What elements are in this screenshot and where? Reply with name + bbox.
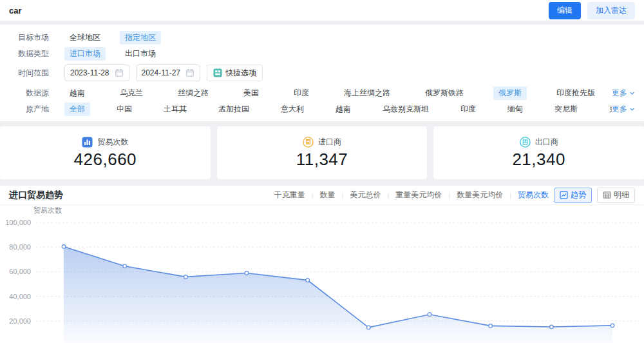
filter-option[interactable]: 美国 — [238, 86, 264, 100]
filter-row-origin: 原产地 全部中国土耳其孟加拉国意大利越南乌兹别克斯坦印度缅甸突尼斯柬埔寨德国保加… — [9, 101, 635, 117]
filter-option[interactable]: 全部 — [64, 103, 90, 116]
chart-header: 进口贸易趋势 千克重量|数量|美元总价|重量美元均价|数量美元均价|贸易次数趋势… — [0, 186, 644, 205]
exporter-icon — [520, 137, 531, 148]
metric-toggle-重量美元均价[interactable]: 重量美元均价 — [395, 190, 442, 201]
detail-view-label: 明细 — [614, 190, 629, 201]
data-source-options: 越南乌克兰丝绸之路美国印度海上丝绸之路俄罗斯铁路俄罗斯印度抢先版墨西哥哈萨克斯坦… — [64, 86, 612, 100]
start-date-input[interactable]: 2023-11-28 — [64, 64, 129, 81]
metric-toggle-千克重量[interactable]: 千克重量 — [274, 190, 305, 201]
filter-option[interactable]: 柬埔寨 — [604, 103, 612, 116]
market-options: 全球地区指定地区 — [64, 31, 635, 44]
metric-toggle-数量美元均价[interactable]: 数量美元均价 — [457, 190, 503, 201]
divider: | — [448, 191, 450, 199]
metric-toggle-贸易次数[interactable]: 贸易次数 — [518, 190, 549, 201]
divider: | — [342, 191, 344, 199]
stat-label: 贸易次数 — [97, 137, 128, 148]
stat-header: 贸易次数 — [82, 137, 128, 148]
filter-row-time-range: 时间范围 2023-11-28 2024-11-27 快捷选项 — [9, 64, 635, 81]
stat-card-出口商: 出口商 21,340 — [433, 126, 644, 179]
filter-row-label: 原产地 — [9, 104, 49, 115]
stat-header: 出口商 — [520, 137, 558, 148]
filter-option[interactable]: 缅甸 — [502, 103, 528, 116]
filter-option[interactable]: 出口市场 — [120, 47, 161, 61]
filter-row-market: 目标市场 全球地区指定地区 — [9, 30, 635, 46]
data-source-more-link[interactable]: 更多 — [612, 88, 635, 99]
trend-view-button[interactable]: 趋势 — [554, 188, 592, 203]
stats-row: 贸易次数 426,660 进口商 11,347 出口商 21,340 — [0, 126, 644, 179]
filter-panel: 目标市场 全球地区指定地区 数据类型 进口市场出口市场 时间范围 2023-11… — [0, 24, 644, 121]
origin-more-link[interactable]: 更多 — [612, 104, 635, 115]
chevron-down-icon — [629, 106, 635, 112]
quick-options-button[interactable]: 快捷选项 — [207, 64, 263, 81]
start-date-value: 2023-11-28 — [70, 68, 109, 77]
filter-row-label: 数据源 — [9, 88, 49, 99]
stat-header: 进口商 — [303, 137, 341, 148]
trend-chart: 贸易次数020,00040,00060,00080,000100,0002023… — [0, 205, 644, 343]
filter-option[interactable]: 土耳其 — [158, 103, 192, 116]
trade-count-icon — [82, 137, 93, 148]
origin-options: 全部中国土耳其孟加拉国意大利越南乌兹别克斯坦印度缅甸突尼斯柬埔寨德国保加利亚葡萄… — [64, 103, 612, 116]
page-title: car — [9, 6, 22, 15]
filter-option[interactable]: 指定地区 — [120, 31, 161, 44]
more-label: 更多 — [612, 104, 627, 115]
filter-option[interactable]: 海上丝绸之路 — [339, 86, 395, 100]
stat-value: 426,660 — [74, 150, 137, 170]
svg-text:20,000: 20,000 — [9, 317, 31, 325]
end-date-input[interactable]: 2024-11-27 — [136, 64, 201, 81]
stat-card-进口商: 进口商 11,347 — [217, 126, 428, 179]
filter-option[interactable]: 乌克兰 — [115, 86, 148, 100]
filter-row-label: 数据类型 — [9, 48, 49, 59]
stat-value: 11,347 — [296, 150, 348, 170]
filter-option[interactable]: 丝绸之路 — [173, 86, 214, 100]
filter-option[interactable]: 中国 — [111, 103, 137, 116]
calendar-icon — [185, 68, 194, 77]
filter-option[interactable]: 全球地区 — [64, 31, 106, 44]
stat-label: 出口商 — [535, 137, 558, 148]
filter-option[interactable]: 印度抢先版 — [551, 86, 600, 100]
filter-option[interactable]: 越南 — [330, 103, 356, 116]
filter-option[interactable]: 孟加拉国 — [213, 103, 254, 116]
chart-panel: 进口贸易趋势 千克重量|数量|美元总价|重量美元均价|数量美元均价|贸易次数趋势… — [0, 186, 644, 343]
table-icon — [603, 191, 611, 199]
stat-label: 进口商 — [318, 137, 341, 148]
filter-option[interactable]: 进口市场 — [64, 47, 106, 61]
divider: | — [509, 191, 511, 199]
app-header: car 编辑 加入雷达 — [0, 0, 644, 21]
filter-option[interactable]: 越南 — [64, 86, 90, 100]
stat-card-贸易次数: 贸易次数 426,660 — [0, 126, 211, 179]
filter-option[interactable]: 印度 — [289, 86, 314, 100]
add-radar-button[interactable]: 加入雷达 — [587, 2, 635, 19]
filter-option[interactable]: 俄罗斯 — [493, 86, 527, 100]
svg-text:40,000: 40,000 — [9, 293, 31, 300]
filter-row-data-source: 数据源 越南乌克兰丝绸之路美国印度海上丝绸之路俄罗斯铁路俄罗斯印度抢先版墨西哥哈… — [9, 85, 635, 101]
svg-text:100,000: 100,000 — [5, 219, 31, 226]
filter-option[interactable]: 俄罗斯铁路 — [420, 86, 469, 100]
data-type-options: 进口市场出口市场 — [64, 47, 635, 61]
end-date-value: 2024-11-27 — [142, 68, 181, 77]
chevron-down-icon — [629, 90, 635, 96]
svg-text:80,000: 80,000 — [9, 243, 31, 251]
svg-text:贸易次数: 贸易次数 — [33, 206, 62, 214]
calendar-icon — [115, 68, 124, 77]
stat-value: 21,340 — [512, 150, 565, 170]
chart-controls: 千克重量|数量|美元总价|重量美元均价|数量美元均价|贸易次数趋势明细 — [274, 188, 635, 203]
edit-button[interactable]: 编辑 — [549, 2, 581, 19]
filter-row-label: 目标市场 — [9, 32, 49, 43]
filter-option[interactable]: 意大利 — [276, 103, 309, 116]
importer-icon — [303, 137, 314, 148]
trend-icon — [560, 191, 568, 199]
metric-toggle-美元总价[interactable]: 美元总价 — [350, 190, 381, 201]
trend-view-label: 趋势 — [571, 190, 586, 201]
time-range-controls: 2023-11-28 2024-11-27 快捷选项 — [64, 64, 635, 81]
divider: | — [312, 191, 314, 199]
filter-option[interactable]: 印度 — [455, 103, 481, 116]
metric-toggle-数量[interactable]: 数量 — [320, 190, 336, 201]
divider: | — [387, 191, 389, 199]
more-label: 更多 — [612, 88, 627, 99]
filter-option[interactable]: 突尼斯 — [549, 103, 583, 116]
detail-view-button[interactable]: 明细 — [597, 188, 635, 203]
quick-options-icon — [213, 68, 222, 77]
filter-row-data-type: 数据类型 进口市场出口市场 — [9, 46, 635, 62]
filter-option[interactable]: 乌兹别克斯坦 — [377, 103, 434, 116]
quick-options-label: 快捷选项 — [225, 68, 256, 79]
